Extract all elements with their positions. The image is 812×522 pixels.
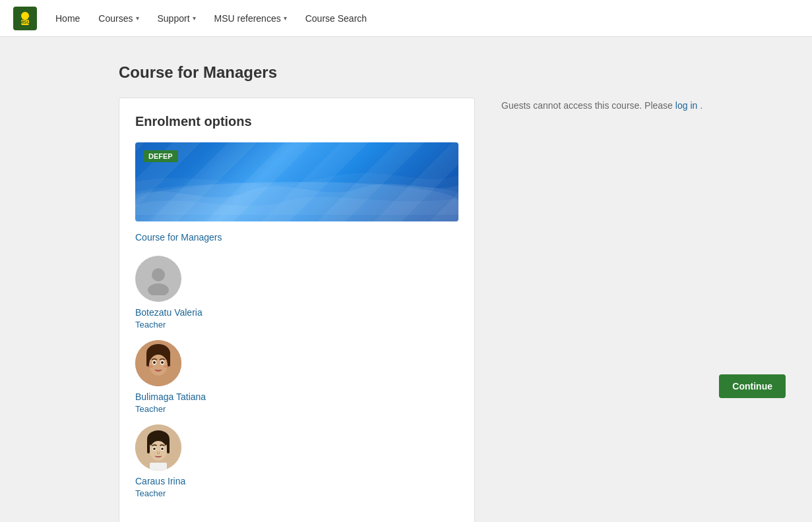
svg-text:MSU: MSU xyxy=(20,20,30,24)
right-panel: Guests cannot access this course. Please… xyxy=(501,98,786,398)
svg-point-13 xyxy=(161,361,164,364)
msu-chevron-icon: ▾ xyxy=(284,14,287,22)
teacher-bulimaga: Bulimaga Tatiana Teacher xyxy=(135,340,458,414)
enrolment-card: Enrolment options DEFEP Course for Manag… xyxy=(119,98,475,522)
svg-point-24 xyxy=(153,448,156,450)
page-title: Course for Managers xyxy=(119,63,786,82)
svg-rect-18 xyxy=(147,439,150,453)
svg-point-15 xyxy=(164,365,169,368)
nav-home[interactable]: Home xyxy=(47,8,88,29)
svg-point-3 xyxy=(152,268,165,281)
teacher-caraus: Caraus Irina Teacher xyxy=(135,424,458,498)
teacher-botezatu-name[interactable]: Botezatu Valeria xyxy=(135,307,458,318)
nav-courses[interactable]: Courses ▾ xyxy=(90,8,146,29)
navbar: MSU Home Courses ▾ Support ▾ MSU referen… xyxy=(0,0,812,37)
nav-course-search[interactable]: Course Search xyxy=(297,8,375,29)
avatar-bulimaga xyxy=(135,340,181,386)
svg-rect-19 xyxy=(167,439,170,453)
svg-point-12 xyxy=(153,361,156,364)
svg-point-0 xyxy=(21,12,29,20)
course-banner: DEFEP xyxy=(135,142,458,221)
svg-point-25 xyxy=(161,448,164,450)
teacher-botezatu: Botezatu Valeria Teacher xyxy=(135,256,458,330)
nav-links: Home Courses ▾ Support ▾ MSU references … xyxy=(47,8,375,29)
login-link[interactable]: log in xyxy=(675,100,697,111)
course-title-link[interactable]: Course for Managers xyxy=(135,232,458,243)
svg-point-14 xyxy=(148,365,153,368)
teacher-caraus-role: Teacher xyxy=(135,488,166,498)
continue-button[interactable]: Continue xyxy=(719,374,786,398)
enrolment-column: Enrolment options DEFEP Course for Manag… xyxy=(119,98,475,522)
main-layout: Enrolment options DEFEP Course for Manag… xyxy=(119,98,786,522)
svg-point-4 xyxy=(148,283,169,295)
teacher-caraus-name[interactable]: Caraus Irina xyxy=(135,476,458,486)
enrolment-title: Enrolment options xyxy=(135,114,458,129)
nav-msu-references[interactable]: MSU references ▾ xyxy=(206,8,295,29)
svg-point-20 xyxy=(150,441,167,461)
avatar-caraus xyxy=(135,424,181,471)
site-logo[interactable]: MSU xyxy=(13,7,37,30)
defep-badge: DEFEP xyxy=(143,150,178,162)
support-chevron-icon: ▾ xyxy=(193,14,196,22)
teacher-botezatu-role: Teacher xyxy=(135,320,166,330)
avatar-botezatu xyxy=(135,256,181,302)
courses-chevron-icon: ▾ xyxy=(136,14,139,22)
svg-point-9 xyxy=(149,355,168,376)
svg-rect-21 xyxy=(150,463,167,471)
guest-message: Guests cannot access this course. Please… xyxy=(501,100,786,111)
nav-support[interactable]: Support ▾ xyxy=(150,8,204,29)
teacher-bulimaga-name[interactable]: Bulimaga Tatiana xyxy=(135,392,458,402)
teacher-bulimaga-role: Teacher xyxy=(135,404,166,414)
